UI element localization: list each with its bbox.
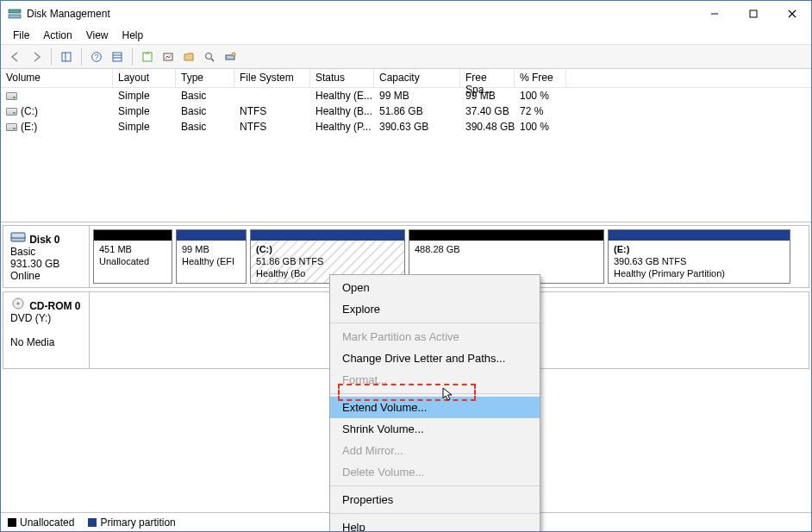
col-header-volume[interactable]: Volume [1, 69, 113, 87]
volume-fs [234, 88, 310, 103]
cdrom-label: CD-ROM 0 DVD (Y:) No Media [3, 292, 90, 368]
volume-type: Basic [176, 88, 234, 103]
menu-extend-volume[interactable]: Extend Volume... [330, 397, 540, 418]
refresh-button[interactable] [138, 47, 157, 66]
volume-list: Volume Layout Type File System Status Ca… [1, 69, 811, 222]
volume-name: (C:) [21, 105, 38, 117]
rescan-button[interactable] [159, 47, 178, 66]
menu-change-letter[interactable]: Change Drive Letter and Paths... [330, 347, 540, 369]
volume-status: Healthy (B... [310, 103, 374, 119]
disk-type: Basic [10, 246, 35, 258]
menu-view[interactable]: View [79, 28, 116, 43]
svg-rect-1 [9, 15, 21, 18]
col-header-status[interactable]: Status [310, 69, 374, 87]
menu-file[interactable]: File [6, 28, 36, 43]
menu-properties[interactable]: Properties [330, 489, 540, 510]
volume-layout: Simple [113, 88, 176, 103]
volume-name: (E:) [21, 121, 37, 133]
volume-status: Healthy (P... [310, 119, 374, 135]
partition-stripe [94, 230, 172, 241]
forward-button[interactable] [27, 47, 46, 66]
close-button[interactable] [772, 1, 811, 27]
volume-capacity: 390.63 GB [374, 119, 460, 135]
toolbar-separator [132, 48, 133, 66]
menu-mark-active: Mark Partition as Active [330, 326, 540, 347]
titlebar: Disk Management [1, 1, 811, 27]
menu-action[interactable]: Action [36, 28, 78, 43]
menu-delete-volume: Delete Volume... [330, 461, 540, 483]
svg-rect-20 [11, 233, 25, 238]
volume-row[interactable]: (E:)SimpleBasicNTFSHealthy (P...390.63 G… [1, 119, 811, 135]
partition[interactable]: 451 MBUnallocated [93, 229, 172, 284]
svg-point-15 [206, 53, 212, 59]
drive-icon [6, 108, 17, 116]
col-header-capacity[interactable]: Capacity [374, 69, 460, 87]
drive-icon [6, 92, 17, 100]
toolbar-separator [81, 48, 82, 66]
partition-label: (E:)390.63 GB NTFSHealthy (Primary Parti… [609, 241, 790, 283]
menu-shrink-volume[interactable]: Shrink Volume... [330, 418, 540, 440]
volume-row[interactable]: SimpleBasicHealthy (E...99 MB99 MB100 % [1, 88, 811, 103]
svg-line-16 [211, 59, 214, 61]
window-title: Disk Management [27, 8, 695, 20]
volume-fs: NTFS [234, 119, 310, 135]
svg-rect-3 [750, 10, 757, 17]
volume-type: Basic [176, 103, 234, 119]
partition-stripe [177, 230, 246, 241]
disk-name: Disk 0 [29, 234, 59, 246]
legend-unallocated: Unallocated [8, 516, 74, 529]
svg-rect-10 [113, 53, 122, 61]
menu-open[interactable]: Open [330, 277, 540, 298]
properties-icon[interactable] [200, 47, 219, 66]
maximize-button[interactable] [734, 1, 772, 27]
volume-list-header: Volume Layout Type File System Status Ca… [1, 69, 811, 88]
menubar: File Action View Help [1, 27, 811, 45]
col-header-layout[interactable]: Layout [113, 69, 176, 87]
disk-size: 931.30 GB [10, 258, 59, 270]
menu-explore[interactable]: Explore [330, 298, 540, 320]
svg-point-18 [232, 53, 235, 56]
open-folder-icon[interactable] [179, 47, 198, 66]
cdrom-icon [10, 297, 29, 312]
disk-icon [10, 231, 29, 246]
menu-help[interactable]: Help [330, 516, 540, 532]
col-header-free[interactable]: Free Spa... [460, 69, 515, 87]
svg-rect-0 [9, 9, 21, 13]
menu-help[interactable]: Help [116, 28, 151, 43]
view-settings-button[interactable] [108, 47, 127, 66]
volume-pfree: 100 % [515, 119, 566, 135]
context-menu: Open Explore Mark Partition as Active Ch… [329, 274, 540, 532]
help-button[interactable]: ? [87, 47, 106, 66]
partition[interactable]: (E:)390.63 GB NTFSHealthy (Primary Parti… [608, 229, 790, 284]
col-header-fs[interactable]: File System [234, 69, 310, 87]
svg-rect-13 [143, 53, 152, 61]
toolbar-separator [51, 48, 52, 66]
col-header-type[interactable]: Type [176, 69, 234, 87]
disk-settings-icon[interactable] [221, 47, 240, 66]
cdrom-name: CD-ROM 0 [29, 300, 80, 312]
disk-0-label: Disk 0 Basic 931.30 GB Online [3, 226, 90, 287]
volume-row[interactable]: (C:)SimpleBasicNTFSHealthy (B...51.86 GB… [1, 103, 811, 119]
volume-free: 390.48 GB [460, 119, 515, 135]
show-hide-tree-button[interactable] [57, 47, 76, 66]
svg-rect-6 [62, 53, 71, 61]
volume-capacity: 51.86 GB [374, 103, 460, 119]
back-button[interactable] [6, 47, 25, 66]
partition-label: 99 MBHealthy (EFI [177, 241, 246, 272]
col-header-pfree[interactable]: % Free [515, 69, 566, 87]
partition-stripe [409, 230, 603, 241]
legend-primary: Primary partition [88, 516, 175, 529]
minimize-button[interactable] [695, 1, 734, 27]
svg-text:?: ? [94, 53, 98, 61]
cdrom-sub: DVD (Y:) [10, 312, 51, 324]
volume-free: 37.40 GB [460, 103, 515, 119]
menu-format: Format... [330, 369, 540, 391]
disk-status: Online [10, 270, 41, 282]
volume-layout: Simple [113, 119, 176, 135]
toolbar: ? [1, 45, 811, 69]
volume-capacity: 99 MB [374, 88, 460, 103]
partition[interactable]: 99 MBHealthy (EFI [176, 229, 247, 284]
volume-layout: Simple [113, 103, 176, 119]
partition-stripe [251, 230, 404, 241]
volume-fs: NTFS [234, 103, 310, 119]
